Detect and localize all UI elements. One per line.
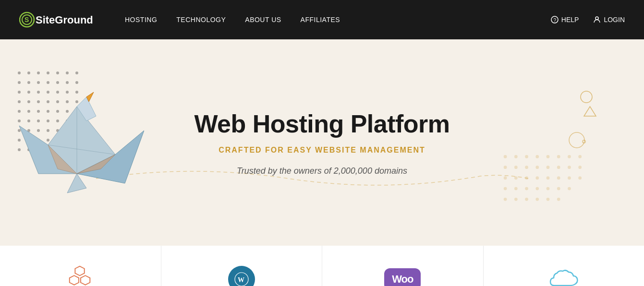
card-cloud[interactable]: AUTOSCALABLE Cloud bbox=[484, 246, 644, 286]
svg-marker-78 bbox=[584, 107, 596, 116]
svg-point-13 bbox=[75, 72, 78, 74]
svg-point-111 bbox=[568, 187, 571, 191]
svg-point-8 bbox=[27, 72, 30, 74]
origami-bird bbox=[10, 78, 144, 212]
svg-point-110 bbox=[557, 187, 560, 191]
card-woocommerce[interactable]: Woo HIGH PERFORMANCE WooCommerce bbox=[322, 246, 484, 286]
feature-cards: RELIABLE Web W MANAGED WordPress Woo HIG… bbox=[0, 246, 644, 286]
svg-point-85 bbox=[547, 155, 550, 158]
svg-point-92 bbox=[535, 166, 539, 169]
svg-marker-119 bbox=[70, 275, 79, 285]
svg-point-82 bbox=[514, 155, 518, 158]
svg-text:?: ? bbox=[553, 18, 556, 23]
svg-point-84 bbox=[535, 155, 539, 158]
svg-point-117 bbox=[557, 198, 560, 201]
user-icon bbox=[593, 16, 601, 24]
svg-point-114 bbox=[525, 198, 528, 201]
svg-marker-118 bbox=[75, 266, 85, 275]
hero-subtitle: CRAFTED FOR EASY WEBSITE MANAGEMENT bbox=[194, 146, 450, 155]
help-link[interactable]: ? HELP bbox=[551, 16, 579, 24]
svg-point-108 bbox=[535, 187, 539, 191]
svg-point-100 bbox=[535, 177, 539, 180]
login-link[interactable]: LOGIN bbox=[593, 16, 625, 24]
nav-link-affiliates[interactable]: AFFILIATES bbox=[301, 16, 340, 24]
svg-text:W: W bbox=[238, 276, 244, 284]
svg-marker-120 bbox=[81, 275, 90, 285]
cloud-icon bbox=[547, 265, 581, 286]
hero-tagline: Trusted by the owners of 2,000,000 domai… bbox=[194, 166, 450, 176]
nav-links: HOSTING TECHNOLOGY ABOUT US AFFILIATES bbox=[125, 16, 340, 24]
hexagon-icon bbox=[63, 265, 97, 286]
svg-point-11 bbox=[56, 72, 59, 74]
svg-point-6 bbox=[595, 17, 598, 20]
svg-point-10 bbox=[47, 72, 49, 74]
main-navigation: S SiteGround HOSTING TECHNOLOGY ABOUT US… bbox=[0, 0, 644, 39]
card-web[interactable]: RELIABLE Web bbox=[0, 246, 161, 286]
nav-link-technology[interactable]: TECHNOLOGY bbox=[176, 16, 226, 24]
svg-point-77 bbox=[581, 91, 592, 103]
nav-utilities: ? HELP LOGIN bbox=[551, 16, 625, 24]
svg-marker-72 bbox=[67, 174, 86, 193]
nav-link-about[interactable]: ABOUT US bbox=[245, 16, 281, 24]
svg-text:S: S bbox=[24, 16, 29, 24]
nav-link-hosting[interactable]: HOSTING bbox=[125, 16, 157, 24]
svg-point-113 bbox=[514, 198, 518, 201]
wordpress-icon: W bbox=[225, 265, 258, 286]
svg-point-12 bbox=[66, 72, 69, 74]
svg-point-81 bbox=[504, 155, 507, 158]
svg-point-86 bbox=[557, 155, 560, 158]
hero-text-content: Web Hosting Platform CRAFTED FOR EASY WE… bbox=[194, 109, 450, 176]
svg-text:SiteGround: SiteGround bbox=[36, 14, 93, 26]
svg-point-96 bbox=[578, 166, 582, 169]
svg-point-102 bbox=[557, 177, 560, 180]
svg-point-87 bbox=[568, 155, 571, 158]
svg-point-93 bbox=[547, 166, 550, 169]
svg-point-7 bbox=[18, 72, 21, 74]
svg-point-116 bbox=[547, 198, 550, 201]
svg-point-94 bbox=[557, 166, 560, 169]
svg-point-115 bbox=[535, 198, 539, 201]
help-icon: ? bbox=[551, 16, 559, 24]
woocommerce-icon: Woo bbox=[386, 265, 419, 286]
hero-title: Web Hosting Platform bbox=[194, 109, 450, 138]
hero-section: Web Hosting Platform CRAFTED FOR EASY WE… bbox=[0, 39, 644, 246]
svg-point-112 bbox=[504, 198, 507, 201]
svg-point-95 bbox=[568, 166, 571, 169]
svg-point-109 bbox=[547, 187, 550, 191]
card-wordpress[interactable]: W MANAGED WordPress bbox=[161, 246, 323, 286]
site-logo[interactable]: S SiteGround bbox=[19, 11, 101, 29]
svg-point-101 bbox=[547, 177, 550, 180]
svg-point-9 bbox=[37, 72, 40, 74]
svg-point-88 bbox=[578, 155, 582, 158]
svg-point-104 bbox=[578, 177, 582, 180]
svg-point-103 bbox=[568, 177, 571, 180]
svg-point-83 bbox=[525, 155, 528, 158]
